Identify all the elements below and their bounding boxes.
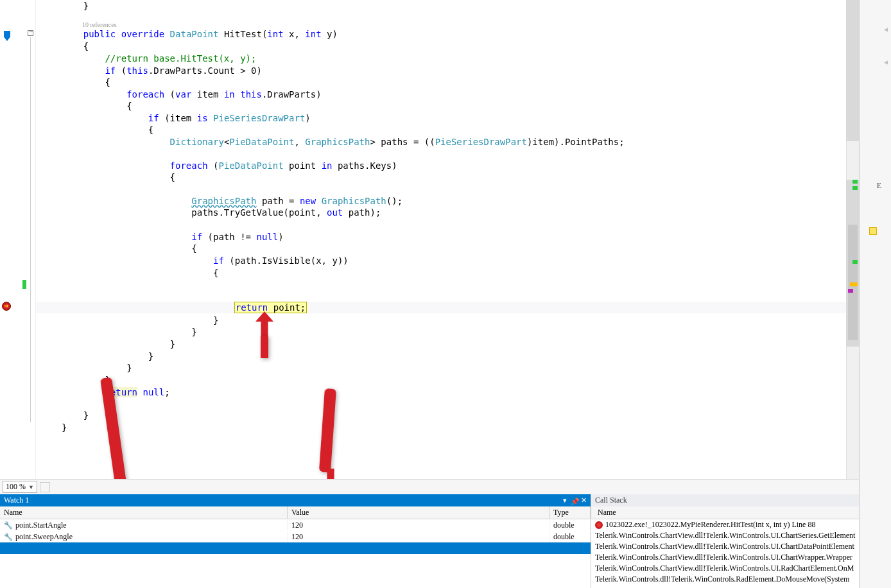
watch-row[interactable]: 🔧point.StartAngle 120 double [0, 519, 591, 531]
callstack-row[interactable]: Telerik.WinControls.ChartView.dll!Teleri… [591, 541, 859, 552]
wrench-icon: 🔧 [4, 521, 13, 530]
code-area[interactable]: } 10 references public override DataPoin… [36, 0, 859, 479]
current-execution-line: return point; [36, 302, 859, 313]
callstack-header[interactable]: Name [591, 506, 859, 519]
toolwindow-tab[interactable]: E [877, 181, 881, 191]
watch-row[interactable]: 🔧point.SweepAngle 120 double [0, 531, 591, 542]
right-toolwindow-tabs[interactable]: ◀ ◀ E [859, 0, 891, 588]
notification-icon[interactable] [869, 227, 877, 235]
fold-toggle-icon[interactable] [28, 30, 33, 36]
callstack-row[interactable]: Telerik.WinControls.ChartView.dll!Teleri… [591, 563, 859, 574]
breakpoint-icon [595, 521, 603, 529]
watch-title-bar[interactable]: Watch 1 ▾ 📌 ✕ [0, 494, 591, 506]
watch-header: Name Value Type [0, 506, 591, 519]
marker-icon [22, 280, 26, 289]
pin-icon[interactable]: 📌 [571, 497, 577, 504]
execution-arrow-icon [4, 31, 10, 41]
callstack-title[interactable]: Call Stack [591, 494, 859, 506]
collapse-icon[interactable]: ◀ [884, 58, 888, 65]
breakpoint-current-icon[interactable] [2, 302, 11, 311]
vertical-scrollbar[interactable] [846, 0, 859, 479]
chevron-down-icon: ▼ [28, 484, 34, 490]
close-icon[interactable]: ✕ [581, 496, 587, 505]
callstack-row[interactable]: Telerik.WinControls.dll!Telerik.WinContr… [591, 574, 859, 585]
collapse-icon[interactable]: ◀ [884, 26, 888, 33]
editor-gutter [0, 0, 36, 479]
wrench-icon: 🔧 [4, 532, 13, 541]
watch-row-empty[interactable] [0, 542, 591, 554]
nav-button[interactable] [40, 482, 50, 492]
callstack-row[interactable]: Telerik.WinControls.ChartView.dll!Teleri… [591, 530, 859, 541]
callstack-panel: Call Stack Name 1023022.exe!_1023022.MyP… [591, 494, 859, 588]
zoom-combo[interactable]: 100 %▼ [3, 481, 37, 493]
watch-panel: Watch 1 ▾ 📌 ✕ Name Value Type 🔧point.Sta… [0, 494, 591, 588]
callstack-row[interactable]: 1023022.exe!_1023022.MyPieRenderer.HitTe… [591, 519, 859, 530]
dropdown-icon[interactable]: ▾ [563, 496, 567, 505]
fold-guide [30, 37, 31, 422]
callstack-row[interactable]: Telerik.WinControls.ChartView.dll!Teleri… [591, 552, 859, 563]
code-editor[interactable]: } 10 references public override DataPoin… [0, 0, 859, 479]
zoom-bar: 100 %▼ [0, 479, 859, 494]
